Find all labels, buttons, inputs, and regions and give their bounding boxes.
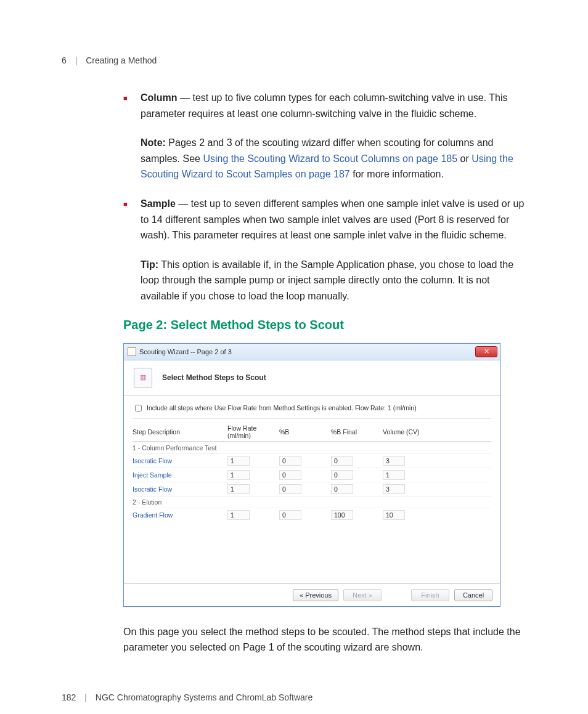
page-icon: ▥ — [134, 368, 152, 387]
flow-rate-cell[interactable]: 1 — [227, 470, 250, 480]
previous-button[interactable]: « Previous — [293, 589, 338, 601]
next-button[interactable]: Next » — [343, 589, 382, 601]
page-header: 6 | Creating a Method — [62, 55, 526, 65]
tip-body: This option is available if, in the Samp… — [141, 259, 513, 301]
col-percent-b-final: %B Final — [331, 428, 380, 436]
volume-cell[interactable]: 1 — [383, 470, 405, 480]
chapter-number: 6 — [62, 55, 67, 65]
table-header: Step Description Flow Rate (ml/min) %B %… — [133, 423, 491, 442]
wizard-body: Include all steps where Use Flow Rate fr… — [124, 396, 500, 583]
percent-b-final-cell[interactable]: 0 — [331, 484, 353, 494]
sample-body: — test up to seven different samples whe… — [141, 198, 524, 240]
volume-cell[interactable]: 10 — [383, 510, 405, 520]
chapter-title: Creating a Method — [86, 55, 157, 65]
step-description[interactable]: Isocratic Flow — [133, 485, 225, 493]
step-description[interactable]: Inject Sample — [133, 471, 225, 479]
percent-b-final-cell[interactable]: 0 — [331, 456, 353, 466]
volume-cell[interactable]: 3 — [383, 456, 405, 466]
header-separator: | — [75, 55, 78, 65]
wizard-heading: Select Method Steps to Scout — [162, 373, 266, 382]
col-volume-cv: Volume (CV) — [383, 428, 432, 436]
note-text-2: or — [457, 153, 472, 164]
steps-table: Step Description Flow Rate (ml/min) %B %… — [133, 423, 491, 577]
page-footer: 182 | NGC Chromatography Systems and Chr… — [62, 692, 526, 702]
table-spacer — [133, 522, 491, 577]
wizard-footer: « Previous Next » Finish Cancel — [124, 583, 500, 606]
note-paragraph: Note: Pages 2 and 3 of the scouting wiza… — [141, 135, 526, 182]
wizard-title: Scouting Wizard -- Page 2 of 3 — [139, 348, 232, 355]
flow-rate-cell[interactable]: 1 — [227, 510, 250, 520]
note-label: Note: — [141, 137, 166, 148]
column-body: — test up to five column types for each … — [141, 92, 508, 119]
volume-cell[interactable]: 3 — [383, 484, 405, 494]
percent-b-cell[interactable]: 0 — [279, 470, 301, 480]
table-row[interactable]: Isocratic Flow 1 0 0 3 — [133, 482, 491, 496]
col-step-description: Step Description — [133, 428, 225, 436]
percent-b-final-cell[interactable]: 100 — [331, 510, 353, 520]
col-percent-b: %B — [279, 428, 329, 436]
percent-b-final-cell[interactable]: 0 — [331, 470, 353, 480]
bullet-sample: ■ Sample — test up to seven different sa… — [123, 196, 526, 243]
table-row[interactable]: Gradient Flow 1 0 100 10 — [133, 508, 491, 522]
app-icon — [128, 347, 136, 356]
include-all-steps-label: Include all steps where Use Flow Rate fr… — [147, 404, 417, 412]
flow-rate-cell[interactable]: 1 — [227, 456, 250, 466]
note-text-3: for more information. — [350, 169, 444, 179]
percent-b-cell[interactable]: 0 — [279, 510, 301, 520]
bullet-marker-icon: ■ — [123, 90, 141, 121]
include-all-steps-row[interactable]: Include all steps where Use Flow Rate fr… — [133, 400, 491, 419]
link-scout-columns[interactable]: Using the Scouting Wizard to Scout Colum… — [203, 153, 457, 164]
doc-title: NGC Chromatography Systems and ChromLab … — [96, 692, 312, 702]
flow-rate-cell[interactable]: 1 — [227, 484, 250, 494]
page-number: 182 — [62, 692, 76, 702]
wizard-titlebar: Scouting Wizard -- Page 2 of 3 ✕ — [124, 344, 500, 360]
step-description[interactable]: Gradient Flow — [133, 511, 225, 519]
content-column: ■ Column — test up to five column types … — [123, 90, 526, 655]
col-flow-rate: Flow Rate (ml/min) — [227, 424, 277, 439]
bullet-marker-icon: ■ — [123, 196, 141, 243]
sample-label: Sample — [141, 198, 176, 209]
trailing-paragraph: On this page you select the method steps… — [123, 624, 526, 655]
footer-separator: | — [84, 692, 87, 702]
group-header: 2 - Elution — [133, 496, 491, 508]
include-all-steps-checkbox[interactable] — [135, 405, 142, 412]
close-icon[interactable]: ✕ — [475, 346, 497, 357]
group-header: 1 - Column Performance Test — [133, 442, 491, 453]
percent-b-cell[interactable]: 0 — [279, 456, 301, 466]
percent-b-cell[interactable]: 0 — [279, 484, 301, 494]
table-row[interactable]: Isocratic Flow 1 0 0 3 — [133, 453, 491, 468]
wizard-header: ▥ Select Method Steps to Scout — [124, 360, 500, 396]
step-description[interactable]: Isocratic Flow — [133, 457, 225, 465]
tip-label: Tip: — [141, 259, 158, 270]
wizard-dialog: Scouting Wizard -- Page 2 of 3 ✕ ▥ Selec… — [123, 343, 500, 607]
section-heading: Page 2: Select Method Steps to Scout — [123, 318, 526, 332]
bullet-column: ■ Column — test up to five column types … — [123, 90, 526, 121]
table-row[interactable]: Inject Sample 1 0 0 1 — [133, 468, 491, 482]
tip-paragraph: Tip: This option is available if, in the… — [141, 257, 526, 304]
column-label: Column — [141, 92, 178, 103]
finish-button[interactable]: Finish — [411, 589, 449, 601]
cancel-button[interactable]: Cancel — [454, 589, 492, 601]
